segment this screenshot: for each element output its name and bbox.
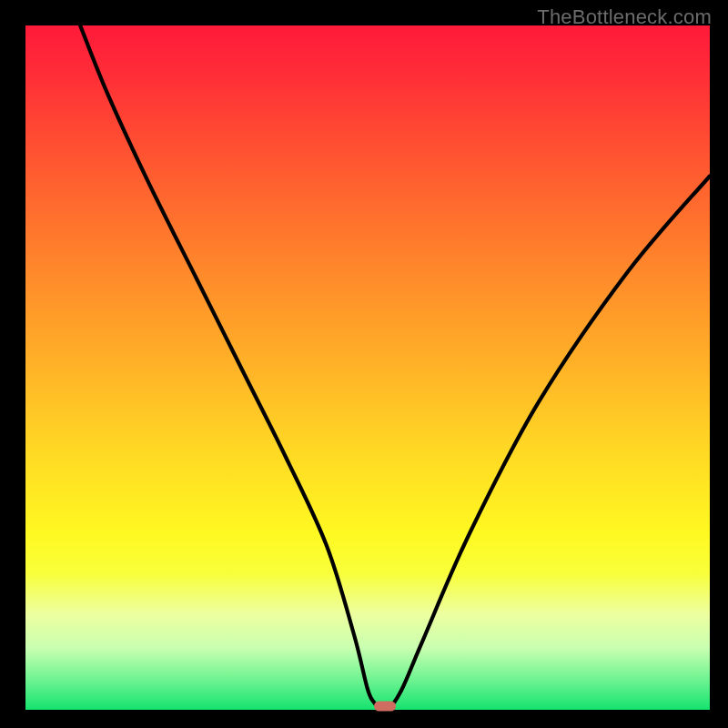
bottleneck-curve	[80, 25, 710, 710]
curve-svg	[25, 25, 710, 710]
plot-area	[25, 25, 710, 710]
chart-frame: TheBottleneck.com	[0, 0, 728, 728]
min-marker	[374, 702, 396, 712]
